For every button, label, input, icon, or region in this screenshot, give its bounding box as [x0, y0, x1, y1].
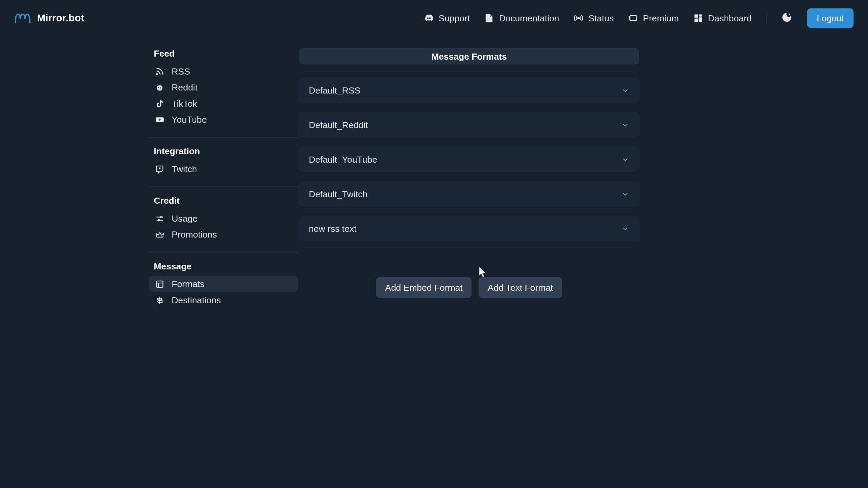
sliders-icon: [155, 214, 164, 223]
sidebar-item-rss[interactable]: RSS: [149, 63, 298, 79]
chevron-down-icon: [621, 155, 630, 164]
mirror-logo-icon: [14, 13, 31, 24]
nav-premium-label: Premium: [643, 13, 679, 23]
youtube-icon: [155, 115, 164, 124]
nav-documentation[interactable]: Documentation: [484, 13, 559, 23]
sidebar-item-label: Twitch: [172, 164, 197, 174]
dashboard-icon: [693, 13, 703, 23]
svg-point-10: [157, 85, 162, 90]
format-row[interactable]: Default_YouTube: [298, 146, 640, 172]
svg-rect-1: [630, 16, 636, 21]
sidebar-heading-integration: Integration: [149, 146, 298, 156]
sidebar-item-promotions[interactable]: Promotions: [149, 226, 298, 242]
page-title: Message Formats: [299, 48, 639, 64]
premium-icon: [628, 13, 638, 23]
sidebar-heading-message: Message: [149, 261, 298, 271]
sidebar-section-credit: Credit Usage Promotions: [149, 196, 298, 251]
sidebar-section-message: Message Formats Destinations: [149, 261, 298, 316]
svg-point-15: [158, 219, 160, 221]
svg-rect-2: [629, 17, 630, 20]
nav-dashboard-label: Dashboard: [708, 13, 752, 23]
nav-support[interactable]: Support: [423, 13, 470, 23]
reddit-icon: [155, 82, 164, 92]
add-embed-format-button[interactable]: Add Embed Format: [376, 277, 471, 298]
sidebar-item-reddit[interactable]: Reddit: [149, 79, 298, 95]
sidebar-section-feed: Feed RSS Reddit TikTok YouTube: [149, 48, 298, 136]
layout-icon: [155, 279, 164, 289]
chevron-down-icon: [621, 121, 630, 129]
sidebar-item-youtube[interactable]: YouTube: [149, 111, 298, 127]
format-row[interactable]: Default_Reddit: [298, 112, 640, 138]
sidebar-item-tiktok[interactable]: TikTok: [149, 95, 298, 111]
tiktok-icon: [155, 99, 164, 108]
topbar: Mirror.bot Support Documentation Status …: [0, 0, 868, 36]
sidebar-item-label: Usage: [172, 213, 197, 223]
nav-separator: [766, 12, 767, 25]
format-label: Default_Reddit: [309, 120, 368, 130]
format-row[interactable]: Default_Twitch: [298, 181, 640, 207]
add-text-format-button[interactable]: Add Text Format: [479, 277, 562, 298]
svg-rect-5: [698, 17, 702, 22]
nav-status[interactable]: Status: [573, 13, 614, 23]
sidebar-heading-feed: Feed: [149, 48, 298, 58]
nav-status-label: Status: [588, 13, 614, 23]
format-label: Default_YouTube: [309, 154, 377, 164]
sidebar-divider: [149, 252, 298, 253]
format-row[interactable]: new rss text: [298, 216, 640, 241]
svg-point-8: [790, 16, 791, 17]
sidebar-item-destinations[interactable]: Destinations: [149, 292, 298, 308]
twitch-icon: [155, 164, 164, 174]
brand[interactable]: Mirror.bot: [14, 12, 84, 24]
format-label: Default_Twitch: [309, 189, 368, 199]
chevron-down-icon: [621, 86, 630, 95]
signpost-icon: [155, 295, 164, 305]
svg-point-12: [160, 87, 161, 88]
crown-icon: [155, 230, 164, 239]
sidebar-item-label: Promotions: [172, 229, 217, 240]
format-label: new rss text: [309, 223, 357, 233]
nav-dashboard[interactable]: Dashboard: [693, 13, 752, 23]
sidebar-item-usage[interactable]: Usage: [149, 210, 298, 226]
sidebar-item-label: TikTok: [172, 98, 197, 108]
svg-point-11: [158, 87, 159, 88]
action-row: Add Embed Format Add Text Format: [298, 277, 640, 298]
sidebar-item-label: YouTube: [172, 115, 207, 125]
svg-rect-6: [694, 19, 698, 22]
sidebar-item-label: RSS: [172, 66, 190, 76]
sidebar: Feed RSS Reddit TikTok YouTube Integrati…: [149, 48, 298, 316]
nav-support-label: Support: [438, 13, 470, 23]
svg-point-0: [578, 17, 579, 19]
sidebar-item-label: Destinations: [172, 295, 221, 305]
svg-point-14: [160, 216, 162, 218]
chevron-down-icon: [621, 224, 630, 233]
sidebar-item-twitch[interactable]: Twitch: [149, 161, 298, 177]
theme-icon: [781, 10, 793, 26]
main-panel: Message Formats Default_RSS Default_Redd…: [298, 48, 640, 316]
format-row[interactable]: Default_RSS: [298, 78, 640, 103]
theme-toggle[interactable]: [781, 10, 793, 26]
svg-point-7: [789, 13, 790, 15]
sidebar-item-label: Formats: [172, 279, 204, 289]
document-icon: [484, 13, 494, 23]
broadcast-icon: [573, 13, 584, 23]
brand-name: Mirror.bot: [37, 12, 84, 24]
svg-rect-16: [157, 281, 163, 287]
svg-rect-4: [698, 14, 702, 16]
content: Feed RSS Reddit TikTok YouTube Integrati…: [0, 36, 868, 316]
nav-documentation-label: Documentation: [499, 13, 559, 23]
sidebar-divider: [149, 137, 298, 138]
chevron-down-icon: [621, 190, 630, 198]
rss-icon: [155, 66, 164, 76]
nav-premium[interactable]: Premium: [628, 13, 678, 23]
sidebar-divider: [149, 186, 298, 187]
sidebar-heading-credit: Credit: [149, 196, 298, 206]
sidebar-item-label: Reddit: [172, 82, 197, 93]
svg-point-9: [156, 74, 158, 75]
svg-rect-3: [694, 14, 698, 18]
sidebar-section-integration: Integration Twitch: [149, 146, 298, 185]
nav-right: Support Documentation Status Premium Das…: [423, 8, 853, 28]
discord-icon: [423, 13, 434, 23]
format-label: Default_RSS: [309, 85, 360, 95]
logout-button[interactable]: Logout: [807, 8, 854, 28]
sidebar-item-formats[interactable]: Formats: [149, 276, 298, 292]
